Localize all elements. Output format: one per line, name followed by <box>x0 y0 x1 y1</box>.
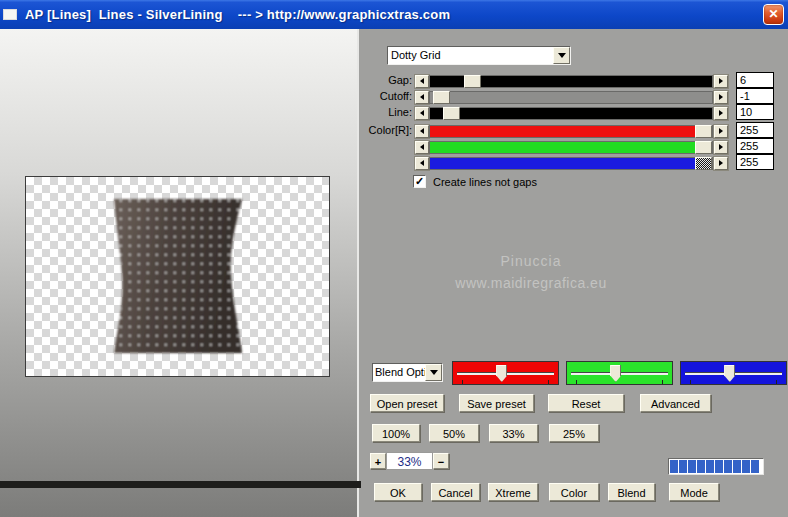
slider-thumb[interactable] <box>433 91 450 104</box>
close-button[interactable]: ✕ <box>763 4 784 25</box>
reset-button[interactable]: Reset <box>548 394 624 412</box>
slider-track[interactable] <box>429 125 713 138</box>
tick-mark <box>776 380 777 384</box>
preview-shape-image <box>107 196 249 356</box>
parameter-sliders: Gap: 6 Cutoff: -1 Line: 10 Color[R]: 255 <box>361 73 788 171</box>
watermark-name: Pinuccia <box>421 253 641 269</box>
slider-increment-arrow-icon[interactable] <box>714 141 728 154</box>
plugin-dialog-window: AP [Lines] Lines - SilverLining --- > ht… <box>0 0 788 517</box>
tick-mark <box>576 380 577 384</box>
parameter-value-field[interactable]: 255 <box>736 154 774 170</box>
slider-decrement-arrow-icon[interactable] <box>415 91 429 104</box>
slider-thumb[interactable] <box>464 75 481 88</box>
tick-mark <box>662 380 663 384</box>
slider-track[interactable] <box>429 91 713 104</box>
zoom-33--button[interactable]: 33% <box>489 424 538 442</box>
slider-decrement-arrow-icon[interactable] <box>415 157 429 170</box>
zoom-out-button[interactable]: − <box>433 453 449 469</box>
window-title: AP [Lines] Lines - SilverLining --- > ht… <box>25 7 450 22</box>
blend-channel-slider-red[interactable] <box>452 361 559 385</box>
parameter-value-field[interactable]: 255 <box>736 122 774 138</box>
slider-increment-arrow-icon[interactable] <box>714 75 728 88</box>
parameter-value-field[interactable]: 6 <box>736 72 774 88</box>
preview-panel <box>0 29 359 517</box>
slider-decrement-arrow-icon[interactable] <box>415 141 429 154</box>
slider-pointer-thumb[interactable] <box>724 365 735 382</box>
progress-bar <box>668 458 764 475</box>
progress-segment <box>715 460 723 473</box>
blend-button[interactable]: Blend <box>608 483 655 501</box>
chevron-down-icon[interactable] <box>425 364 442 381</box>
preset-dropdown[interactable]: Dotty Grid <box>387 46 571 65</box>
slider-increment-arrow-icon[interactable] <box>714 157 728 170</box>
tick-mark <box>548 380 549 384</box>
slider-track[interactable] <box>429 75 713 88</box>
zoom-in-button[interactable]: + <box>370 453 386 469</box>
slider-track[interactable] <box>429 157 713 170</box>
progress-segment <box>733 460 741 473</box>
slider-increment-arrow-icon[interactable] <box>714 107 728 120</box>
progress-segment <box>751 460 759 473</box>
parameter-label: Color[R]: <box>361 124 412 136</box>
open-preset-button[interactable]: Open preset <box>370 394 444 412</box>
tick-mark <box>690 380 691 384</box>
parameter-label: Line: <box>361 106 412 118</box>
app-icon <box>3 9 17 20</box>
checkbox-check-icon[interactable]: ✓ <box>413 175 426 188</box>
cancel-button[interactable]: Cancel <box>431 483 480 501</box>
slider-decrement-arrow-icon[interactable] <box>415 107 429 120</box>
parameter-value-field[interactable]: -1 <box>736 88 774 104</box>
parameter-label: Gap: <box>361 74 412 86</box>
watermark: Pinuccia www.maidiregrafica.eu <box>421 253 641 291</box>
slider-thumb[interactable] <box>695 125 712 138</box>
preview-canvas[interactable] <box>25 176 330 377</box>
xtreme-button[interactable]: Xtreme <box>488 483 538 501</box>
slider-decrement-arrow-icon[interactable] <box>415 125 429 138</box>
slider-pointer-thumb[interactable] <box>496 365 507 382</box>
progress-segment <box>670 460 678 473</box>
parameter-value-field[interactable]: 10 <box>736 104 774 120</box>
slider-increment-arrow-icon[interactable] <box>714 125 728 138</box>
checkbox-label: Create lines not gaps <box>433 176 537 188</box>
zoom-50--button[interactable]: 50% <box>429 424 479 442</box>
progress-segment <box>706 460 714 473</box>
create-lines-checkbox[interactable]: ✓ Create lines not gaps <box>413 175 537 188</box>
parameter-slider-row: 255 <box>361 139 788 155</box>
parameter-value-field[interactable]: 255 <box>736 138 774 154</box>
progress-segment <box>697 460 705 473</box>
slider-track[interactable] <box>429 141 713 154</box>
parameter-slider-row: Cutoff: -1 <box>361 89 788 105</box>
mode-button[interactable]: Mode <box>669 483 719 501</box>
preset-dropdown-value: Dotty Grid <box>388 47 553 64</box>
parameter-slider-row: Line: 10 <box>361 105 788 121</box>
slider-thumb[interactable] <box>443 107 460 120</box>
slider-track[interactable] <box>429 107 713 120</box>
zoom-100--button[interactable]: 100% <box>372 424 420 442</box>
progress-segment <box>679 460 687 473</box>
chevron-down-icon[interactable] <box>553 47 570 64</box>
parameter-slider-row: Color[R]: 255 <box>361 123 788 139</box>
zoom-level-display: 33% <box>386 452 433 470</box>
progress-segment <box>742 460 750 473</box>
ok-button[interactable]: OK <box>374 483 422 501</box>
blend-channel-slider-green[interactable] <box>566 361 673 385</box>
slider-pointer-thumb[interactable] <box>610 365 621 382</box>
advanced-button[interactable]: Advanced <box>640 394 711 412</box>
progress-segment <box>724 460 732 473</box>
title-bar[interactable]: AP [Lines] Lines - SilverLining --- > ht… <box>0 0 788 29</box>
slider-thumb[interactable] <box>695 141 712 154</box>
blend-options-dropdown[interactable]: Blend Opti <box>372 363 443 382</box>
color-button[interactable]: Color <box>549 483 599 501</box>
slider-increment-arrow-icon[interactable] <box>714 91 728 104</box>
watermark-url: www.maidiregrafica.eu <box>421 275 641 291</box>
tick-mark <box>462 380 463 384</box>
zoom-25--button[interactable]: 25% <box>549 424 599 442</box>
window-bottom-edge <box>0 481 378 488</box>
parameter-slider-row: 255 <box>361 155 788 171</box>
slider-decrement-arrow-icon[interactable] <box>415 75 429 88</box>
parameter-slider-row: Gap: 6 <box>361 73 788 89</box>
blend-channel-slider-blue[interactable] <box>680 361 787 385</box>
slider-thumb[interactable] <box>695 157 712 170</box>
progress-segment <box>688 460 696 473</box>
save-preset-button[interactable]: Save preset <box>459 394 534 412</box>
